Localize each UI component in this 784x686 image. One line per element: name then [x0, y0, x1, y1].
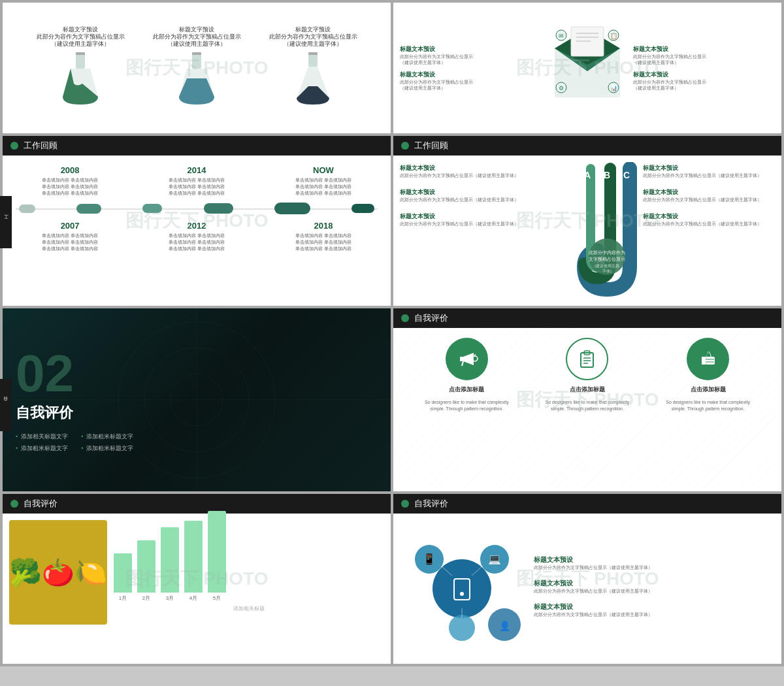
flask-item-3: 标题文字预设此部分为容作为文字预稿占位显示（建议使用主题字体） [269, 26, 357, 109]
email-item-title-3: 标题文本预设 [633, 45, 775, 54]
abc-desc-2: 此部分分为容作为文字预稿占位显示（建议使用主题字体） [400, 197, 532, 203]
svg-text:✉: ✉ [559, 33, 564, 39]
bar-label-2: 2月 [142, 595, 150, 602]
flask-item-1: 标题文字预设此部分为容作为文字预稿占位显示（建议使用主题字体） [37, 26, 125, 109]
work-review-timeline-slide: 工作回顾 图行天下 PHOTO 2008 单击填加内容 单击填加内容单击填加内容… [3, 136, 391, 306]
flask-title-3: 标题文字预设此部分为容作为文字预稿占位显示（建议使用主题字体） [269, 26, 357, 47]
self-eval2-content: 🥦🍅🍋 1月 2月 [3, 514, 391, 632]
abc-rdesc-3: 此部分分为容作为文字预稿占位显示（建议使用主题字体） [643, 221, 775, 227]
year-label-now: NOW [269, 165, 378, 175]
connected-text: 标题文本预设 此部分分为容作为文字预稿占位显示（建议使用主题字体） 标题文本预设… [534, 555, 772, 617]
svg-text:B: B [604, 170, 610, 180]
self-eval-connected-slide: 自我评价 图行天下 PHOTO [393, 494, 781, 664]
bar-label-5: 5月 [213, 595, 221, 602]
year-desc-2012: 单击填加内容 单击填加内容单击填加内容 单击填加内容单击填加内容 单击填加内容 [142, 233, 251, 252]
abc-rtext-1: 标题文本预设 此部分分为容作为文字预稿占位显示（建议使用主题字体） [643, 162, 775, 181]
bar-5 [208, 511, 226, 593]
abc-title-2: 标题文本预设 [400, 188, 532, 197]
year-desc-now: 单击填加内容 单击填加内容单击填加内容 单击填加内容单击填加内容 单击填加内容 [269, 177, 378, 196]
timeline-years-bottom: 2007 单击填加内容 单击填加内容单击填加内容 单击填加内容单击填加内容 单击… [16, 221, 378, 252]
year-desc-2008: 单击填加内容 单击填加内容单击填加内容 单击填加内容单击填加内容 单击填加内容 [16, 177, 124, 196]
year-label-2008: 2008 [16, 165, 124, 175]
flask-svg-1 [57, 51, 103, 110]
email-item-desc-4: 此部分分为容作为文字预稿占位显示（建议使用主题字体） [633, 79, 775, 91]
svg-rect-1 [76, 52, 85, 55]
timeline-years-top: 2008 单击填加内容 单击填加内容单击填加内容 单击填加内容单击填加内容 单击… [16, 165, 378, 196]
connected-desc-1: 此部分分为容作为文字预稿占位显示（建议使用主题字体） [534, 564, 772, 571]
dark-bullet-3: 添加粗米标题文字 [16, 444, 68, 453]
svg-text:📱: 📱 [423, 553, 436, 565]
dark-bullet-2: 添加粗米标题文字 [81, 433, 133, 441]
email-right: 标题文本预设 此部分分为容作为文字预稿占位显示（建议使用主题字体） 标题文本预设… [633, 9, 775, 127]
year-desc-2014: 单击填加内容 单击填加内容单击填加内容 单击填加内容单击填加内容 单击填加内容 [142, 177, 251, 196]
email-item-title-4: 标题文本预设 [633, 71, 775, 79]
abc-text-2: 标题文本预设 此部分分为容作为文字预稿占位显示（建议使用主题字体） [400, 186, 532, 205]
svg-text:📋: 📋 [610, 32, 618, 40]
connected-title-1: 标题文本预设 [534, 555, 772, 564]
self-eval-photo-slide: 自我评价 图行天下 PHOTO 🥦🍅🍋 1月 [3, 494, 391, 664]
self-eval-photo-header: 自我评价 [3, 494, 391, 514]
dark-bullets-2: 添加粗米标题文字 添加粗米标题文字 [16, 444, 378, 453]
dark-bullets: 添加相关标题文字 添加粗米标题文字 [16, 433, 378, 441]
bar-item-4: 4月 [184, 521, 203, 602]
bar-item-3: 3月 [161, 527, 179, 602]
work-review-label-2: 工作回顾 [414, 140, 448, 152]
abc-desc-1: 此部分分为容作为文字预稿占位显示（建议使用主题字体） [400, 172, 532, 179]
pill-2 [76, 204, 101, 214]
email-item-title-2: 标题文本预设 [400, 71, 542, 79]
add-label: 添加相关标题 [114, 605, 384, 612]
bar-2 [137, 540, 155, 593]
diag-lines-svg [393, 308, 781, 491]
abc-content: 标题文本预设 此部分分为容作为文字预稿占位显示（建议使用主题字体） 标题文本预设… [393, 155, 781, 306]
connected-item-1: 标题文本预设 此部分分为容作为文字预稿占位显示（建议使用主题字体） [534, 555, 772, 571]
email-item-2: 标题文本预设 此部分分为容作为文字预稿占位显示（建议使用主题字体） [400, 71, 542, 91]
flask-row: 标题文字预设此部分为容作为文字预稿占位显示（建议使用主题字体） 标题文字预设此部… [9, 20, 384, 116]
bar-label-3: 3月 [166, 595, 174, 602]
svg-rect-5 [308, 52, 318, 55]
bar-item-5: 5月 [208, 511, 226, 602]
svg-rect-3 [192, 52, 201, 55]
self-eval3-layout: 📱 💻 👤 标题文本预设 此部分分为容作为文字预稿占位显示（建议使用主题字体） … [393, 514, 781, 660]
email-left: 标题文本预设 此部分分为容作为文字预稿占位显示（建议使用主题字体） 标题文本预设… [400, 9, 542, 127]
abc-slide: 工作回顾 图行天下 PHOTO 标题文本预设 此部分分为容作为文字预稿占位显示（… [393, 136, 781, 306]
email-item-3: 标题文本预设 此部分分为容作为文字预稿占位显示（建议使用主题字体） [633, 45, 775, 65]
flask-slide: 图行天下 PHOTO 标题文字预设此部分为容作为文字预稿占位显示（建议使用主题字… [3, 3, 391, 133]
abc-rtext-3: 标题文本预设 此部分分为容作为文字预稿占位显示（建议使用主题字体） [643, 210, 775, 229]
left-sidebar: 工 [0, 196, 12, 248]
bar-label-1: 1月 [119, 595, 127, 602]
green-dot-4 [10, 500, 18, 508]
timeline-line [16, 208, 378, 210]
abc-left: 标题文本预设 此部分分为容作为文字预稿占位显示（建议使用主题字体） 标题文本预设… [400, 162, 532, 302]
connected-desc-3: 此部分分为容作为文字预稿占位显示（建议使用主题字体） [534, 612, 772, 618]
pill-6 [351, 204, 374, 213]
bar-1 [114, 553, 132, 593]
svg-text:💻: 💻 [488, 553, 501, 565]
bar-label-4: 4月 [189, 595, 197, 602]
self-eval-photo-label: 自我评价 [24, 498, 57, 510]
email-item-desc-3: 此部分分为容作为文字预稿占位显示（建议使用主题字体） [633, 54, 775, 65]
year-2014: 2014 单击填加内容 单击填加内容单击填加内容 单击填加内容单击填加内容 单击… [142, 165, 251, 196]
slide-number: 02 [16, 348, 378, 400]
abc-right: A B C 此部分中内容作为 文字预稿占位显示 (建议使用主题 字体) [538, 162, 636, 302]
connected-desc-2: 此部分分为容作为文字预稿占位显示（建议使用主题字体） [534, 588, 772, 595]
abc-rdesc-1: 此部分分为容作为文字预稿占位显示（建议使用主题字体） [643, 172, 775, 179]
pill-4 [204, 203, 233, 214]
work-review-label-1: 工作回顾 [24, 140, 57, 152]
flask-item-2: 标题文字预设此部分为容作为文字预稿占位显示（建议使用主题字体） [153, 26, 241, 109]
svg-text:此部分中内容作为: 此部分中内容作为 [589, 250, 625, 255]
dark-slide: 02 自我评价 添加相关标题文字 添加粗米标题文字 添加粗米标题文字 添加粗米标… [3, 308, 391, 491]
left-sidebar-2: 自 [0, 379, 12, 431]
dark-content: 02 自我评价 添加相关标题文字 添加粗米标题文字 添加粗米标题文字 添加粗米标… [16, 348, 378, 453]
main-grid: 图行天下 PHOTO 标题文字预设此部分为容作为文字预稿占位显示（建议使用主题字… [0, 0, 784, 666]
year-2008: 2008 单击填加内容 单击填加内容单击填加内容 单击填加内容单击填加内容 单击… [16, 165, 124, 196]
year-2012: 2012 单击填加内容 单击填加内容单击填加内容 单击填加内容单击填加内容 单击… [142, 221, 251, 252]
svg-text:C: C [623, 170, 630, 180]
abc-pencil-svg: A B C 此部分中内容作为 文字预稿占位显示 (建议使用主题 字体) [538, 162, 643, 299]
flask-title-1: 标题文字预设此部分为容作为文字预稿占位显示（建议使用主题字体） [37, 26, 125, 47]
connected-title-2: 标题文本预设 [534, 579, 772, 588]
bar-4 [184, 521, 203, 593]
self-eval-icons-slide: 自我评价 图行天下 PHOTO [393, 308, 781, 491]
fruit-emoji: 🥦🍅🍋 [9, 557, 107, 588]
envelope-container: ✉ 📋 ⚙ 📊 [548, 9, 627, 127]
connected-item-3: 标题文本预设 此部分分为容作为文字预稿占位显示（建议使用主题字体） [534, 602, 772, 618]
